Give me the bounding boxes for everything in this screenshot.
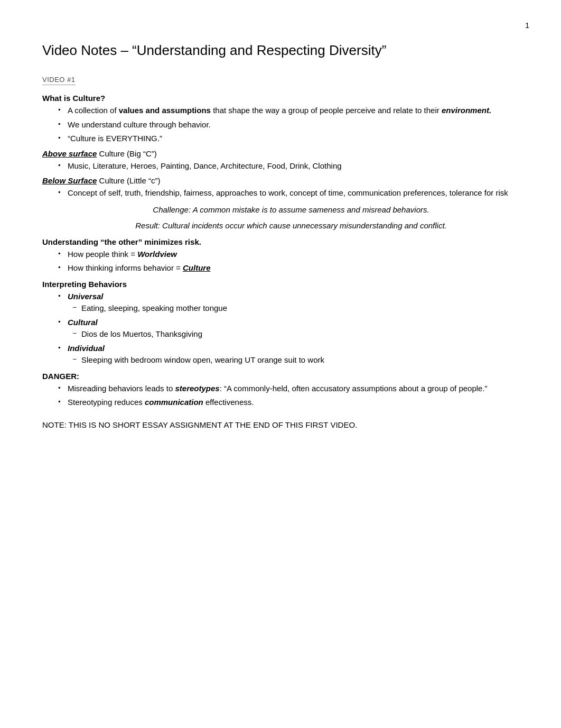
list-item: Stereotyping reduces communication effec… xyxy=(58,397,519,409)
above-surface-block: Above surface Culture (Big “C”) Music, L… xyxy=(42,149,519,172)
video1-header: VIDEO #1 xyxy=(42,76,76,85)
list-item-individual: Individual Sleeping with bedroom window … xyxy=(58,343,519,366)
below-surface-italic: Below Surface xyxy=(42,176,97,185)
universal-sub-list: Eating, sleeping, speaking mother tongue xyxy=(68,302,519,315)
list-item: “Culture is EVERYTHING.” xyxy=(58,133,519,145)
above-surface-list: Music, Literature, Heroes, Painting, Dan… xyxy=(42,160,519,172)
danger-title: DANGER: xyxy=(42,372,519,381)
interpreting-list: Universal Eating, sleeping, speaking mot… xyxy=(42,291,519,366)
list-item: We understand culture through behavior. xyxy=(58,119,519,131)
challenge-text: Challenge: A common mistake is to assume… xyxy=(42,204,519,216)
above-surface-rest: Culture (Big “C”) xyxy=(97,149,156,158)
interpreting-title: Interpreting Behaviors xyxy=(42,280,519,289)
danger-list: Misreading behaviors leads to stereotype… xyxy=(42,383,519,409)
below-surface-list: Concept of self, truth, friendship, fair… xyxy=(42,187,519,199)
video1-header-block: VIDEO #1 xyxy=(42,75,519,88)
below-surface-block: Below Surface Culture (Little “c”) Conce… xyxy=(42,176,519,199)
understanding-list: How people think = Worldview How thinkin… xyxy=(42,248,519,274)
page-title: Video Notes – “Understanding and Respect… xyxy=(42,42,519,59)
list-item-cultural: Cultural Dios de los Muertos, Thanksgivi… xyxy=(58,317,519,340)
below-surface-label: Below Surface Culture (Little “c”) xyxy=(42,176,519,185)
what-is-culture-block: What is Culture? A collection of values … xyxy=(42,94,519,145)
list-item: A collection of values and assumptions t… xyxy=(58,105,519,117)
list-item: Misreading behaviors leads to stereotype… xyxy=(58,383,519,395)
understanding-title: Understanding “the other” minimizes risk… xyxy=(42,237,519,246)
list-item: Music, Literature, Heroes, Painting, Dan… xyxy=(58,160,519,172)
list-item: Eating, sleeping, speaking mother tongue xyxy=(73,302,519,315)
list-item: Dios de los Muertos, Thanksgiving xyxy=(73,328,519,340)
page-number: 1 xyxy=(525,21,529,30)
below-surface-rest: Culture (Little “c”) xyxy=(97,176,160,185)
list-item: How people think = Worldview xyxy=(58,248,519,261)
result-text: Result: Cultural incidents occur which c… xyxy=(42,219,519,232)
note-text: NOTE: THIS IS NO SHORT ESSAY ASSIGNMENT … xyxy=(42,419,519,431)
challenge-block: Challenge: A common mistake is to assume… xyxy=(42,204,519,232)
cultural-sub-list: Dios de los Muertos, Thanksgiving xyxy=(68,328,519,340)
list-item: Concept of self, truth, friendship, fair… xyxy=(58,187,519,199)
list-item-universal: Universal Eating, sleeping, speaking mot… xyxy=(58,291,519,315)
interpreting-block: Interpreting Behaviors Universal Eating,… xyxy=(42,280,519,366)
danger-block: DANGER: Misreading behaviors leads to st… xyxy=(42,372,519,409)
list-item: How thinking informs behavior = Culture xyxy=(58,262,519,274)
list-item: Sleeping with bedroom window open, weari… xyxy=(73,354,519,366)
above-surface-label: Above surface Culture (Big “C”) xyxy=(42,149,519,158)
individual-sub-list: Sleeping with bedroom window open, weari… xyxy=(68,354,519,366)
video1-section: VIDEO #1 What is Culture? A collection o… xyxy=(42,75,519,431)
above-surface-italic: Above surface xyxy=(42,149,97,158)
understanding-block: Understanding “the other” minimizes risk… xyxy=(42,237,519,274)
what-is-culture-list: A collection of values and assumptions t… xyxy=(42,105,519,145)
what-is-culture-title: What is Culture? xyxy=(42,94,519,103)
